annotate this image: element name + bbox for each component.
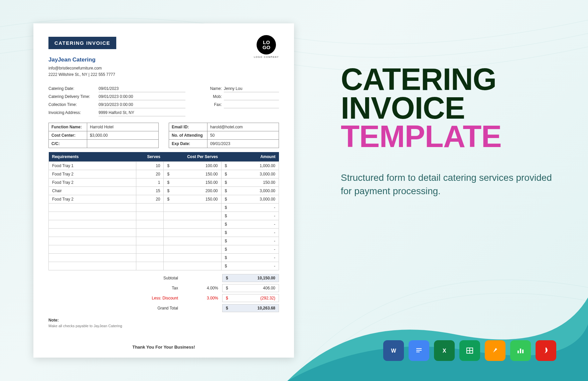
- items-table: Requirements Serves Cost Per Serves Amou…: [48, 152, 279, 270]
- table-row: $-: [49, 212, 279, 220]
- thank-you: Thank You For Your Business!: [48, 345, 279, 350]
- subtotal-value: $10,150.00: [222, 274, 279, 282]
- col-amount: Amount: [221, 152, 279, 162]
- info-row: Collection Time:09/10/2023 0:00:00: [48, 101, 185, 109]
- table-row: Food Tray 21$150.00$150.00: [49, 178, 279, 187]
- table-row: $-: [49, 254, 279, 262]
- table-row: $-: [49, 262, 279, 270]
- promo-title: CATERING INVOICE TEMPLATE: [341, 65, 555, 151]
- col-serves: Serves: [136, 152, 164, 162]
- totals-section: Subtotal $10,150.00 Tax 4.00% $406.00 Le…: [48, 273, 279, 313]
- col-requirements: Requirements: [49, 152, 136, 162]
- svg-rect-3: [416, 348, 422, 349]
- grandtotal-label: Grand Total: [135, 306, 182, 310]
- format-pages-icon[interactable]: [485, 340, 505, 361]
- table-row: Chair15$200.00$3,000.00: [49, 187, 279, 195]
- table-row: Food Tray 220$150.00$3,000.00: [49, 195, 279, 204]
- info-row: Name:Jenny Lou: [205, 85, 279, 93]
- note-text: Make all checks payable to JayJean Cater…: [48, 324, 279, 328]
- info-row: Mob:: [205, 93, 279, 101]
- invoice-title-badge: CATERING INVOICE: [48, 37, 116, 49]
- promo-panel: CATERING INVOICE TEMPLATE Structured for…: [341, 65, 555, 198]
- tax-value: $406.00: [222, 284, 279, 292]
- svg-text:W: W: [391, 348, 396, 354]
- box-row: Exp Date:09/01/2023: [169, 140, 279, 148]
- format-gsheets-icon[interactable]: [459, 340, 480, 361]
- format-gdocs-icon[interactable]: [409, 340, 429, 361]
- promo-description: Structured form to detail catering servi…: [341, 171, 555, 198]
- subtotal-label: Subtotal: [135, 276, 182, 280]
- box-row: No. of Attending50: [169, 131, 279, 140]
- box-row: Email ID:harold@hotel.com: [169, 123, 279, 131]
- table-row: $-: [49, 245, 279, 254]
- format-numbers-icon[interactable]: [510, 340, 531, 361]
- svg-text:X: X: [443, 348, 446, 354]
- svg-rect-4: [416, 350, 422, 351]
- company-info: info@bristleconefurniture.com 2222 Wills…: [48, 65, 279, 78]
- note-label: Note:: [48, 318, 279, 323]
- logo-company-text: LOGO COMPANY: [254, 56, 279, 58]
- format-icons: WX: [383, 340, 556, 361]
- info-row: Catering Date:09/01/2023: [48, 85, 185, 93]
- tax-label: Tax: [135, 286, 182, 290]
- svg-rect-15: [520, 349, 521, 353]
- detail-boxes: Function Name:Harrold HotelCost Center:$…: [48, 123, 279, 148]
- info-row: Fax:: [205, 101, 279, 109]
- format-word-icon[interactable]: W: [383, 340, 404, 361]
- grandtotal-value: $10,263.68: [222, 304, 279, 312]
- company-name: JayJean Catering: [48, 56, 279, 63]
- svg-rect-16: [522, 350, 524, 353]
- info-row: Catering Delivery Time:09/01/2023 0:00:0…: [48, 93, 185, 101]
- format-excel-icon[interactable]: X: [434, 340, 455, 361]
- table-row: Food Tray 110$100.00$1,000.00: [49, 162, 279, 170]
- table-row: $-: [49, 220, 279, 229]
- discount-label: Less: Discount: [135, 296, 182, 300]
- info-section: Catering Date:09/01/2023Catering Deliver…: [48, 85, 279, 117]
- table-row: $-: [49, 229, 279, 237]
- table-row: Food Tray 220$150.00$3,000.00: [49, 170, 279, 178]
- invoice-document: CATERING INVOICE LO GO LOGO COMPANY JayJ…: [33, 23, 294, 358]
- box-row: Function Name:Harrold Hotel: [49, 123, 158, 131]
- format-pdf-icon[interactable]: [536, 340, 556, 361]
- table-row: $-: [49, 237, 279, 245]
- info-row: Invoicing Address:9999 Halford St, NY: [48, 109, 185, 117]
- discount-value: $(292.32): [222, 294, 279, 302]
- svg-rect-5: [416, 352, 420, 352]
- box-row: C/C:: [49, 140, 158, 148]
- tax-pct: 4.00%: [182, 286, 222, 290]
- discount-pct: 3.00%: [182, 296, 222, 300]
- svg-rect-14: [518, 351, 519, 353]
- box-row: Cost Center:$3,000.00: [49, 131, 158, 140]
- table-row: $-: [49, 204, 279, 212]
- col-cost-per-serves: Cost Per Serves: [164, 152, 221, 162]
- logo-icon: LO GO: [257, 35, 276, 54]
- logo: LO GO LOGO COMPANY: [254, 35, 279, 58]
